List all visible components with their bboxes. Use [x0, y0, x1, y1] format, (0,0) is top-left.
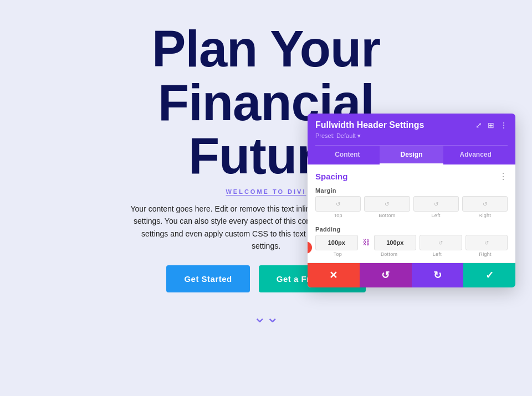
padding-top-input[interactable]: 100px	[315, 235, 358, 250]
scroll-down-icon[interactable]: ⌄⌄	[253, 308, 279, 326]
margin-left-input[interactable]: ↺	[413, 196, 459, 212]
margin-right-label: Right	[462, 213, 508, 218]
settings-panel: Fullwidth Header Settings ⤢ ⊞ ⋮ Preset: …	[308, 114, 515, 287]
panel-header-icons: ⤢ ⊞ ⋮	[475, 121, 508, 130]
hero-section: Plan Your Financial Future Welcome to Di…	[0, 0, 532, 396]
padding-inputs: 100px ⛓ 100px ↺ ↺	[315, 235, 508, 250]
padding-bottom-label: Bottom	[367, 251, 412, 257]
margin-top-input[interactable]: ↺	[315, 196, 361, 212]
panel-title: Fullwidth Header Settings	[315, 120, 424, 130]
tab-advanced[interactable]: Advanced	[443, 146, 508, 164]
expand-icon[interactable]: ⤢	[475, 121, 482, 130]
redo-button[interactable]: ↻	[412, 263, 464, 287]
badge-1: 1	[308, 241, 312, 254]
margin-inputs: ↺ ↺ ↺ ↺	[315, 196, 508, 212]
confirm-button[interactable]: ✓	[463, 263, 515, 287]
padding-left-label: Left	[415, 251, 460, 257]
more-icon[interactable]: ⋮	[500, 121, 508, 130]
spacing-section-header: Spacing ⋮	[308, 164, 515, 185]
margin-bottom-input[interactable]: ↺	[364, 196, 410, 212]
padding-sublabels: Top Bottom Left Right	[315, 251, 508, 257]
margin-sublabels: Top Bottom Left Right	[315, 213, 508, 218]
get-started-button[interactable]: Get Started	[166, 265, 249, 292]
tab-content[interactable]: Content	[315, 146, 380, 164]
spacing-more-icon[interactable]: ⋮	[499, 171, 508, 182]
margin-group: Margin ↺ ↺ ↺ ↺	[308, 185, 515, 224]
grid-icon[interactable]: ⊞	[488, 121, 494, 130]
margin-top-label: Top	[315, 213, 361, 218]
cancel-button[interactable]: ✕	[308, 263, 360, 287]
spacing-title: Spacing	[315, 172, 347, 181]
tab-design[interactable]: Design	[380, 146, 444, 164]
margin-left-label: Left	[413, 213, 459, 218]
padding-group: Padding 100px ⛓ 100px ↺ ↺	[308, 224, 515, 263]
undo-button[interactable]: ↺	[360, 263, 412, 287]
padding-left-input[interactable]: ↺	[420, 235, 462, 250]
panel-footer: ✕ ↺ ↻ ✓	[308, 263, 515, 287]
margin-right-input[interactable]: ↺	[462, 196, 508, 212]
panel-tabs: Content Design Advanced	[315, 145, 508, 164]
padding-bottom-input[interactable]: 100px	[374, 235, 417, 250]
hero-subtitle: Welcome to Divi	[226, 188, 306, 195]
panel-body: Spacing ⋮ Margin ↺ ↺ ↺	[308, 164, 515, 263]
panel-header: Fullwidth Header Settings ⤢ ⊞ ⋮ Preset: …	[308, 114, 515, 164]
padding-right-input[interactable]: ↺	[466, 235, 508, 250]
link-icon[interactable]: ⛓	[362, 238, 370, 247]
margin-bottom-label: Bottom	[364, 213, 410, 218]
padding-right-label: Right	[463, 251, 508, 257]
margin-label: Margin	[315, 187, 508, 194]
padding-label: Padding	[315, 226, 508, 233]
padding-top-label: Top	[315, 251, 360, 257]
panel-preset[interactable]: Preset: Default ▾	[315, 132, 508, 140]
